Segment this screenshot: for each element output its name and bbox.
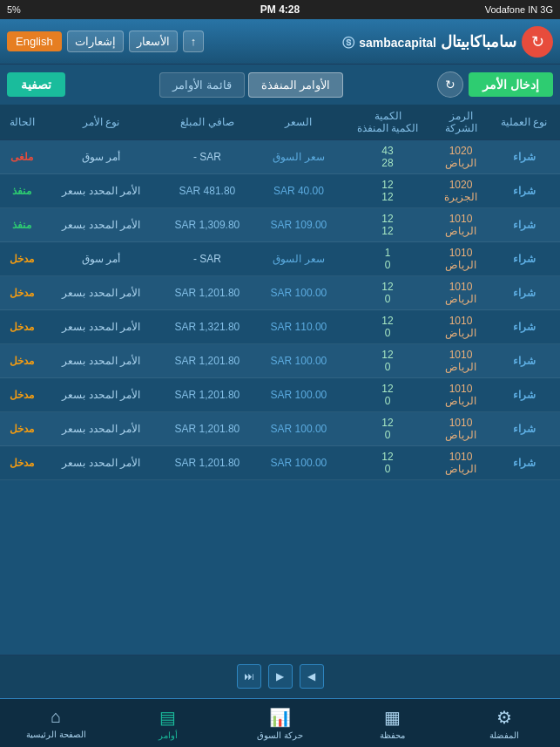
share-button[interactable]: ↑ [183,31,205,52]
nav-item-home[interactable]: ⌂ الصفحة الرئيسية [0,707,112,739]
table-row[interactable]: شراء 1010الرياض 1212 SAR 109.00 SAR 1,30… [0,208,560,242]
orders-icon: ▤ [159,707,176,728]
nav-item-portfolio[interactable]: ▦ محفظة [336,707,449,740]
filter-button[interactable]: تصفية [7,72,65,97]
prices-button[interactable]: الأسعار [129,31,178,52]
table-row[interactable]: شراء 1010الرياض 120 SAR 100.00 SAR 1,201… [0,412,560,446]
col-header-price: السعر [256,105,341,140]
cell-order-type: الأمر المحدد بسعر [44,276,159,310]
home-label: الصفحة الرئيسية [26,730,86,739]
pagination: ◀ ▶ ⏭ [0,655,560,698]
table-row[interactable]: شراء 1010الرياض 120 SAR 110.00 SAR 1,321… [0,310,560,344]
cell-net: SAR 1,201.80 [159,344,256,378]
cell-symbol: 1010الرياض [434,446,488,480]
table-row[interactable]: شراء 1010الرياض 120 SAR 100.00 SAR 1,201… [0,446,560,480]
cell-net: SAR 1,201.80 [159,276,256,310]
order-tabs: الأوامر المنفذة قائمة الأوامر [159,72,343,98]
favorites-icon: ⚙ [496,707,512,728]
cell-net: SAR 1,309.80 [159,208,256,242]
col-header-symbol: الرمزالشركة [434,105,488,140]
cell-symbol: 1010الرياض [434,310,488,344]
cell-type: شراء [488,446,560,480]
logo-area: ↻ سامباكابيتال ⓢ sambacapital [342,26,553,58]
cell-type: شراء [488,174,560,208]
last-page-button[interactable]: ⏭ [237,664,261,689]
cell-symbol: 1010الرياض [434,412,488,446]
favorites-label: المفضلة [489,730,519,740]
refresh-button[interactable]: ↻ [437,71,463,98]
cell-net: SAR 1,321.80 [159,310,256,344]
toolbar-left-group: إدخال الأمر ↻ [437,71,553,98]
toolbar: إدخال الأمر ↻ الأوامر المنفذة قائمة الأو… [0,65,560,105]
bottom-nav: ⚙ المفضلة ▦ محفظة 📊 حركة السوق ▤ أوامر ⌂… [0,698,560,747]
nav-item-orders[interactable]: ▤ أوامر [112,707,225,740]
cell-qty: 120 [341,412,434,446]
orders-label: أوامر [159,730,178,740]
table-row[interactable]: شراء 1010الرياض 120 SAR 100.00 SAR 1,201… [0,276,560,310]
cell-price: SAR 109.00 [256,208,341,242]
cell-status: مدخل [0,310,44,344]
cell-status: مدخل [0,242,44,276]
cell-order-type: أمر سوق [44,140,159,174]
cell-type: شراء [488,344,560,378]
portfolio-icon: ▦ [384,707,401,728]
cell-symbol: 1020الجزيرة [434,174,488,208]
table-row[interactable]: شراء 1010الرياض 120 SAR 100.00 SAR 1,201… [0,378,560,412]
cell-price: SAR 100.00 [256,412,341,446]
cell-net: SAR 1,201.80 [159,412,256,446]
cell-net: SAR 1,201.80 [159,378,256,412]
cell-order-type: أمر سوق [44,242,159,276]
tab-executed[interactable]: الأوامر المنفذة [248,72,344,98]
table-header-row: نوع العملية الرمزالشركة الكميةالكمية الم… [0,105,560,140]
status-battery: 5% [7,4,21,15]
carrier-text: Vodafone IN 3G [485,4,553,15]
tab-orders[interactable]: قائمة الأوامر [159,72,245,98]
next-page-button[interactable]: ▶ [268,664,293,689]
cell-status: ملغى [0,140,44,174]
cell-status: مدخل [0,446,44,480]
status-bar: Vodafone IN 3G 4:28 PM 5% [0,0,560,19]
header: ↻ سامباكابيتال ⓢ sambacapital ↑ الأسعار … [0,19,560,65]
cell-qty: 120 [341,310,434,344]
logo-icon: ↻ [522,26,553,58]
nav-item-favorites[interactable]: ⚙ المفضلة [448,707,560,740]
cell-status: مدخل [0,378,44,412]
cell-symbol: 1010الرياض [434,344,488,378]
cell-type: شراء [488,378,560,412]
cell-price: SAR 110.00 [256,310,341,344]
cell-price: SAR 100.00 [256,276,341,310]
time-text: 4:28 PM [260,3,300,16]
cell-order-type: الأمر المحدد بسعر [44,446,159,480]
cell-type: شراء [488,140,560,174]
header-actions: ↑ الأسعار إشعارات English [7,31,204,52]
cell-symbol: 1010الرياض [434,242,488,276]
alerts-button[interactable]: إشعارات [67,31,124,52]
cell-qty: 120 [341,446,434,480]
nav-item-market[interactable]: 📊 حركة السوق [224,707,336,740]
cell-qty: 1212 [341,208,434,242]
cell-order-type: الأمر المحدد بسعر [44,344,159,378]
cell-type: شراء [488,208,560,242]
col-header-type: نوع العملية [488,105,560,140]
cell-qty: 120 [341,276,434,310]
table-row[interactable]: شراء 1020الرياض 4328 سعر السوق SAR - أمر… [0,140,560,174]
status-carrier: Vodafone IN 3G [485,4,553,15]
battery-text: 5% [7,4,21,15]
table-row[interactable]: شراء 1010الرياض 120 SAR 100.00 SAR 1,201… [0,344,560,378]
cell-symbol: 1010الرياض [434,378,488,412]
cell-symbol: 1010الرياض [434,208,488,242]
cell-type: شراء [488,412,560,446]
prev-page-button[interactable]: ◀ [300,664,324,689]
col-header-order-type: نوع الأمر [44,105,159,140]
cell-order-type: الأمر المحدد بسعر [44,174,159,208]
cell-order-type: الأمر المحدد بسعر [44,208,159,242]
table-row[interactable]: شراء 1020الجزيرة 1212 SAR 40.00 SAR 481.… [0,174,560,208]
table-row[interactable]: شراء 1010الرياض 10 سعر السوق SAR - أمر س… [0,242,560,276]
cell-price: SAR 100.00 [256,446,341,480]
market-icon: 📊 [269,707,291,728]
brand-arabic: سامباكابيتال ⓢ sambacapital [342,32,516,51]
language-button[interactable]: English [7,31,62,51]
orders-table-container: نوع العملية الرمزالشركة الكميةالكمية الم… [0,105,560,480]
enter-order-button[interactable]: إدخال الأمر [469,72,553,97]
col-header-net: صافي المبلغ [159,105,256,140]
